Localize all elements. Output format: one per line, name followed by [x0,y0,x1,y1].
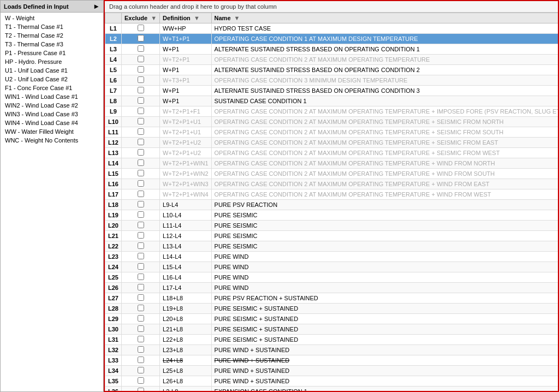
exclude-checkbox[interactable] [138,284,144,290]
table-row[interactable]: L10 W+T2+P1+U1 OPERATING CASE CONDITION … [105,117,558,127]
row-exclude[interactable] [121,65,159,75]
row-exclude[interactable] [121,252,159,262]
sidebar-item[interactable]: W - Weight [1,14,103,22]
exclude-checkbox[interactable] [138,108,144,114]
table-row[interactable]: L21 L12-L4 PURE SEISMIC OCC Algebraic [105,231,558,241]
sidebar-item[interactable]: WW - Water Filled Weight [1,127,103,136]
row-exclude[interactable] [121,366,159,376]
table-row[interactable]: L12 W+T2+P1+U2 OPERATING CASE CONDITION … [105,138,558,148]
table-row[interactable]: L5 W+P1 ALTERNATE SUSTAINED STRESS BASED… [105,65,558,75]
exclude-checkbox[interactable] [138,315,144,322]
sidebar-item[interactable]: U2 - Unif Load Case #2 [1,75,103,84]
table-row[interactable]: L36 L2-L8 EXPANSION CASE CONDITION 1 EXP… [105,387,558,391]
row-exclude[interactable] [121,200,159,210]
exclude-checkbox[interactable] [138,388,144,391]
table-row[interactable]: L32 L23+L8 PURE WIND + SUSTAINED OCC Sca… [105,345,558,355]
row-exclude[interactable] [121,75,159,86]
table-row[interactable]: L14 W+T2+P1+WIN1 OPERATING CASE CONDITIO… [105,158,558,169]
table-row[interactable]: L18 L9-L4 PURE PSV REACTION OCC Algebrai… [105,200,558,210]
exclude-checkbox[interactable] [138,149,144,156]
table-row[interactable]: L23 L14-L4 PURE WIND OCC Algebraic [105,252,558,262]
exclude-checkbox[interactable] [138,253,144,259]
table-row[interactable]: L1 WW+HP HYDRO TEST CASE HYD [105,23,558,34]
row-exclude[interactable] [121,283,159,293]
exclude-checkbox[interactable] [138,56,144,62]
row-exclude[interactable] [121,138,159,148]
col-header-name[interactable]: Name ▼ [211,13,558,23]
table-row[interactable]: L13 W+T2+P1+U2 OPERATING CASE CONDITION … [105,148,558,158]
table-row[interactable]: L4 W+T2+P1 OPERATING CASE CONDITION 2 AT… [105,55,558,65]
exclude-checkbox[interactable] [138,222,144,228]
exclude-checkbox[interactable] [138,25,144,31]
exclude-checkbox[interactable] [138,118,144,124]
table-row[interactable]: L27 L18+L8 PURE PSV REACTION + SUSTAINED… [105,293,558,304]
row-exclude[interactable] [121,304,159,314]
sidebar-item[interactable]: HP - Hydro. Pressure [1,57,103,66]
row-exclude[interactable] [121,262,159,272]
exclude-checkbox[interactable] [138,201,144,207]
exclude-checkbox[interactable] [138,232,144,239]
table-row[interactable]: L17 W+T2+P1+WIN4 OPERATING CASE CONDITIO… [105,189,558,200]
row-exclude[interactable] [121,355,159,366]
table-row[interactable]: L24 L15-L4 PURE WIND OCC Algebraic [105,262,558,272]
table-row[interactable]: L20 L11-L4 PURE SEISMIC OCC Algebraic [105,221,558,231]
table-row[interactable]: L33 L24+L8 PURE WIND + SUSTAINED OCC Sca… [105,355,558,366]
row-exclude[interactable] [121,179,159,189]
row-exclude[interactable] [121,148,159,158]
table-row[interactable]: L35 L26+L8 PURE WIND + SUSTAINED OCC Sca… [105,376,558,387]
table-row[interactable]: L9 W+T2+P1+F1 OPERATING CASE CONDITION 2… [105,106,558,117]
table-row[interactable]: L11 W+T2+P1+U1 OPERATING CASE CONDITION … [105,127,558,138]
exclude-checkbox[interactable] [138,128,144,135]
row-exclude[interactable] [121,189,159,200]
exclude-checkbox[interactable] [138,191,144,197]
table-row[interactable]: L29 L20+L8 PURE SEISMIC + SUSTAINED OCC … [105,314,558,324]
exclude-checkbox[interactable] [138,242,144,249]
exclude-checkbox[interactable] [138,180,144,187]
col-header-definition[interactable]: Definition ▼ [160,13,211,23]
exclude-checkbox[interactable] [138,211,144,218]
exclude-checkbox[interactable] [138,325,144,332]
sidebar-item[interactable]: WIN3 - Wind Load Case #3 [1,110,103,118]
exclude-checkbox[interactable] [138,139,144,145]
row-exclude[interactable] [121,117,159,127]
table-row[interactable]: L6 W+T3+P1 OPERATING CASE CONDITION 3 MI… [105,75,558,86]
row-exclude[interactable] [121,96,159,106]
row-exclude[interactable] [121,293,159,304]
exclude-checkbox[interactable] [138,170,144,176]
sidebar-item[interactable]: U1 - Unif Load Case #1 [1,66,103,75]
exclude-checkbox[interactable] [138,35,144,41]
row-exclude[interactable] [121,231,159,241]
sidebar-item[interactable]: F1 - Conc Force Case #1 [1,84,103,92]
sidebar-item[interactable]: T2 - Thermal Case #2 [1,31,103,40]
table-row[interactable]: L7 W+P1 ALTERNATE SUSTAINED STRESS BASED… [105,86,558,96]
sidebar-item[interactable]: WIN4 - Wind Load Case #4 [1,118,103,127]
exclude-checkbox[interactable] [138,357,144,363]
row-exclude[interactable] [121,272,159,283]
table-row[interactable]: L15 W+T2+P1+WIN2 OPERATING CASE CONDITIO… [105,169,558,179]
table-row[interactable]: L8 W+P1 SUSTAINED CASE CONDITION 1 SUS [105,96,558,106]
row-exclude[interactable] [121,106,159,117]
row-exclude[interactable] [121,55,159,65]
table-row[interactable]: L25 L16-L4 PURE WIND OCC Algebraic [105,272,558,283]
table-row[interactable]: L16 W+T2+P1+WIN3 OPERATING CASE CONDITIO… [105,179,558,189]
table-row[interactable]: L19 L10-L4 PURE SEISMIC OCC Algebraic [105,210,558,221]
sidebar-item[interactable]: T1 - Thermal Case #1 [1,22,103,31]
row-exclude[interactable] [121,23,159,34]
table-row[interactable]: L31 L22+L8 PURE SEISMIC + SUSTAINED OCC … [105,335,558,345]
row-exclude[interactable] [121,376,159,387]
row-exclude[interactable] [121,314,159,324]
exclude-checkbox[interactable] [138,66,144,73]
row-exclude[interactable] [121,324,159,335]
row-exclude[interactable] [121,335,159,345]
table-row[interactable]: L22 L13-L4 PURE SEISMIC OCC Algebraic [105,241,558,252]
row-exclude[interactable] [121,34,159,44]
exclude-checkbox[interactable] [138,159,144,166]
exclude-checkbox[interactable] [138,274,144,280]
sidebar-item[interactable]: P1 - Pressure Case #1 [1,49,103,57]
row-exclude[interactable] [121,221,159,231]
table-wrapper[interactable]: Exclude ▼ Definition ▼ Name ▼ Stress Typ… [105,13,558,391]
exclude-checkbox[interactable] [138,346,144,353]
sidebar-item[interactable]: WIN1 - Wind Load Case #1 [1,92,103,101]
row-exclude[interactable] [121,44,159,55]
exclude-checkbox[interactable] [138,97,144,104]
